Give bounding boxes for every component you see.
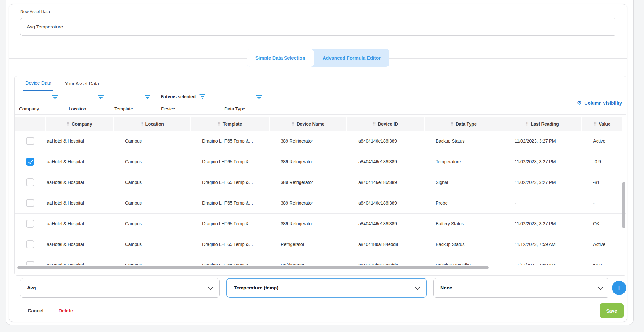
filter-device[interactable]: 5 items selected Device	[157, 91, 220, 114]
cell-location: Campus	[114, 242, 191, 247]
vertical-scrollbar-thumb[interactable]	[622, 182, 625, 228]
cell-location: Campus	[114, 263, 191, 265]
cancel-button[interactable]: Cancel	[28, 303, 43, 318]
filter-icon	[199, 94, 205, 99]
toggle-advanced-formula-editor[interactable]: Advanced Formula Editor	[314, 49, 389, 67]
cell-value: OK	[582, 221, 623, 226]
cell-value: Active	[582, 139, 623, 143]
table-row: aaHotel & Hospital Campus Dragino LHT65 …	[15, 234, 626, 255]
cell-value: 54.0	[582, 263, 623, 265]
cell-data-type: Battery Status	[425, 221, 503, 226]
horizontal-scrollbar-thumb[interactable]	[17, 266, 489, 269]
filter-icon	[145, 95, 150, 99]
cell-device-id: a8404146e186f389	[347, 139, 425, 143]
drag-handle-icon: ⠿	[291, 122, 295, 126]
cell-company: aaHotel & Hospital	[46, 180, 114, 185]
drag-handle-icon: ⠿	[67, 122, 70, 126]
drag-handle-icon: ⠿	[218, 122, 221, 126]
plus-icon: +	[617, 283, 622, 293]
drag-handle-icon: ⠿	[594, 122, 597, 126]
table-body: aaHotel & Hospital Campus Dragino LHT65 …	[15, 131, 626, 265]
formula-controls: Avg Temperature (temp) None +	[9, 278, 627, 298]
data-source-tabs: Device Data Your Asset Data	[15, 76, 626, 91]
header-company[interactable]: ⠿Company	[46, 117, 114, 131]
cell-device-name: Refrigerator	[270, 263, 347, 265]
delete-button[interactable]: Delete	[59, 303, 73, 318]
cell-template: Dragino LHT65 Temp &…	[191, 263, 270, 265]
cell-device-name: 389 Refrigerator	[270, 201, 347, 205]
asset-data-name-input[interactable]	[20, 18, 616, 36]
cell-last-reading: 11/02/2023, 3:27 PM	[503, 180, 582, 185]
cell-template: Dragino LHT65 Temp &…	[191, 159, 270, 164]
device-selected-count: 5 items selected	[161, 94, 196, 99]
cell-device-id: a840418ba184edd8	[347, 263, 425, 265]
cell-location: Campus	[114, 139, 191, 143]
cell-last-reading: 11/02/2023, 3:27 PM	[503, 139, 582, 143]
filter-bar: Company Location Template 5 items select…	[15, 91, 626, 115]
dialog-footer: Cancel Delete Save	[9, 303, 627, 318]
header-device-name[interactable]: ⠿Device Name	[270, 117, 347, 131]
header-template[interactable]: ⠿Template	[191, 117, 270, 131]
row-checkbox[interactable]	[26, 137, 34, 145]
filter-location[interactable]: Location	[64, 91, 110, 114]
cell-last-reading: 11/12/2023, 7:59 AM	[503, 263, 582, 265]
cell-device-id: a8404146e186f389	[347, 159, 425, 164]
cell-device-id: a840418ba184edd8	[347, 242, 425, 247]
cell-value: -81	[582, 180, 623, 185]
cell-device-name: 389 Refrigerator	[270, 221, 347, 226]
drag-handle-icon: ⠿	[450, 122, 454, 126]
filter-data-type[interactable]: Data Type	[220, 91, 268, 114]
row-checkbox[interactable]	[26, 199, 34, 207]
cell-device-id: a8404146e186f389	[347, 180, 425, 185]
save-button[interactable]: Save	[600, 303, 624, 318]
cell-device-name: Refrigerator	[270, 242, 347, 247]
cell-company: aaHotel & Hospital	[46, 139, 114, 143]
cell-data-type: Relative Humidity	[425, 263, 503, 265]
add-formula-button[interactable]: +	[612, 281, 626, 295]
cell-data-type: Backup Status	[425, 242, 503, 247]
header-device-id[interactable]: ⠿Device ID	[347, 117, 425, 131]
asset-data-name-label: New Asset Data	[20, 9, 50, 14]
header-location[interactable]: ⠿Location	[114, 117, 191, 131]
header-value[interactable]: ⠿Value	[582, 117, 623, 131]
cell-device-name: 389 Refrigerator	[270, 139, 347, 143]
cell-data-type: Signal	[425, 180, 503, 185]
drag-handle-icon: ⠿	[373, 122, 376, 126]
filter-company[interactable]: Company	[15, 91, 64, 114]
toggle-simple-data-selection[interactable]: Simple Data Selection	[247, 49, 314, 67]
cell-company: aaHotel & Hospital	[46, 201, 114, 205]
cell-device-id: a8404146e186f389	[347, 221, 425, 226]
aggregation-select[interactable]: Avg	[20, 278, 220, 298]
table-row: aaHotel & Hospital Campus Dragino LHT65 …	[15, 255, 626, 265]
filter-icon	[52, 95, 58, 99]
row-checkbox[interactable]	[26, 261, 34, 265]
column-visibility-button[interactable]: ⚙ Column Visibility	[577, 91, 622, 114]
cell-location: Campus	[114, 221, 191, 226]
chevron-down-icon	[414, 284, 420, 290]
table-row: aaHotel & Hospital Campus Dragino LHT65 …	[15, 131, 626, 151]
variable-select[interactable]: Temperature (temp)	[226, 278, 427, 298]
header-last-reading[interactable]: ⠿Last Reading	[503, 117, 582, 131]
row-checkbox[interactable]	[26, 240, 34, 248]
row-checkbox[interactable]	[26, 220, 34, 228]
row-checkbox[interactable]	[26, 178, 34, 186]
table-row: aaHotel & Hospital Campus Dragino LHT65 …	[15, 172, 626, 193]
cell-value: Active	[582, 242, 623, 247]
chevron-down-icon	[208, 284, 213, 290]
cell-location: Campus	[114, 180, 191, 185]
cell-company: aaHotel & Hospital	[46, 263, 114, 265]
cell-template: Dragino LHT65 Temp &…	[191, 221, 270, 226]
cell-data-type: Probe	[425, 201, 503, 205]
cell-device-name: 389 Refrigerator	[270, 159, 347, 164]
row-checkbox[interactable]	[26, 158, 34, 166]
cell-template: Dragino LHT65 Temp &…	[191, 201, 270, 205]
tab-your-asset-data[interactable]: Your Asset Data	[63, 76, 101, 91]
tab-device-data[interactable]: Device Data	[23, 76, 53, 91]
cell-value: -0.9	[582, 159, 623, 164]
secondary-select[interactable]: None	[433, 278, 609, 298]
cell-data-type: Backup Status	[425, 139, 503, 143]
table-row: aaHotel & Hospital Campus Dragino LHT65 …	[15, 214, 626, 234]
filter-template[interactable]: Template	[110, 91, 157, 114]
header-data-type[interactable]: ⠿Data Type	[425, 117, 503, 131]
filter-icon	[256, 95, 262, 99]
